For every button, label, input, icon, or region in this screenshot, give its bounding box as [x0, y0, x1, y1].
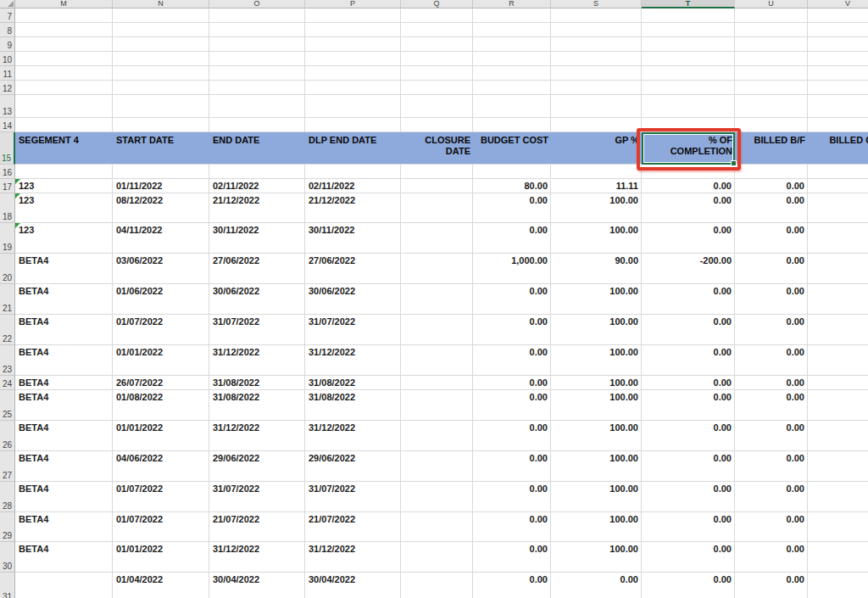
cell-P25[interactable]: 31/08/2022	[305, 390, 401, 421]
cell-N10[interactable]	[113, 52, 209, 66]
cell-Q12[interactable]	[401, 81, 473, 95]
cell-R26[interactable]: 0.00	[473, 421, 551, 451]
cell-O30[interactable]: 31/12/2022	[209, 542, 305, 573]
cell-M16[interactable]	[15, 165, 113, 179]
cell-Q23[interactable]	[401, 345, 473, 376]
cell-R10[interactable]	[473, 52, 551, 66]
cell-P15[interactable]: DLP END DATE	[305, 132, 401, 165]
cell-P19[interactable]: 30/11/2022	[305, 223, 401, 254]
cell-R12[interactable]	[473, 81, 551, 95]
cell-N16[interactable]	[113, 165, 209, 179]
cell-P24[interactable]: 31/08/2022	[305, 376, 401, 390]
cell-N23[interactable]: 01/01/2022	[113, 345, 209, 376]
cell-V10[interactable]	[808, 52, 868, 66]
row-header-10[interactable]: 10	[0, 52, 15, 66]
fill-handle[interactable]	[731, 160, 737, 166]
cell-T13[interactable]	[642, 95, 735, 118]
column-header-M[interactable]: M	[15, 0, 113, 8]
cell-O11[interactable]	[209, 66, 305, 81]
cell-R25[interactable]: 0.00	[473, 390, 551, 421]
cell-M15[interactable]: SEGEMENT 4	[15, 132, 113, 165]
cell-N31[interactable]: 01/04/2022	[113, 573, 209, 598]
row-header-21[interactable]: 21	[0, 284, 15, 315]
cell-V8[interactable]	[808, 23, 868, 37]
cell-S15[interactable]: GP %	[551, 132, 642, 165]
cell-M23[interactable]: BETA4	[15, 345, 113, 376]
cell-R28[interactable]: 0.00	[473, 482, 551, 512]
cell-P22[interactable]: 31/07/2022	[305, 315, 401, 345]
cell-R8[interactable]	[473, 23, 551, 37]
cell-T7[interactable]	[642, 8, 735, 23]
cell-R20[interactable]: 1,000.00	[473, 254, 551, 284]
cell-V21[interactable]	[808, 284, 868, 315]
row-header-7[interactable]: 7	[0, 8, 15, 23]
cell-P21[interactable]: 30/06/2022	[305, 284, 401, 315]
cell-N15[interactable]: START DATE	[113, 132, 209, 165]
cell-R22[interactable]: 0.00	[473, 315, 551, 345]
cell-U12[interactable]	[735, 81, 808, 95]
cell-O15[interactable]: END DATE	[209, 132, 305, 165]
cell-Q16[interactable]	[401, 165, 473, 179]
cell-U26[interactable]: 0.00	[735, 421, 808, 451]
cell-Q13[interactable]	[401, 95, 473, 118]
cell-P26[interactable]: 31/12/2022	[305, 421, 401, 451]
cell-S20[interactable]: 90.00	[551, 254, 642, 284]
cell-O7[interactable]	[209, 8, 305, 23]
cell-M19[interactable]: 123	[15, 223, 113, 254]
cell-V12[interactable]	[808, 81, 868, 95]
cell-P17[interactable]: 02/11/2022	[305, 179, 401, 193]
cell-V16[interactable]	[808, 165, 868, 179]
column-header-V[interactable]: V	[808, 0, 868, 8]
cell-Q25[interactable]	[401, 390, 473, 421]
cell-R27[interactable]: 0.00	[473, 451, 551, 482]
column-header-R[interactable]: R	[473, 0, 551, 8]
cell-P27[interactable]: 29/06/2022	[305, 451, 401, 482]
cell-T8[interactable]	[642, 23, 735, 37]
row-header-28[interactable]: 28	[0, 482, 15, 512]
column-header-Q[interactable]: Q	[401, 0, 473, 8]
row-header-23[interactable]: 23	[0, 345, 15, 376]
cell-U18[interactable]: 0.00	[735, 193, 808, 223]
cell-R11[interactable]	[473, 66, 551, 81]
cell-M17[interactable]: 123	[15, 179, 113, 193]
cell-M18[interactable]: 123	[15, 193, 113, 223]
row-header-22[interactable]: 22	[0, 315, 15, 345]
cell-U19[interactable]: 0.00	[735, 223, 808, 254]
cell-R24[interactable]: 0.00	[473, 376, 551, 390]
cell-M21[interactable]: BETA4	[15, 284, 113, 315]
cell-O21[interactable]: 30/06/2022	[209, 284, 305, 315]
cell-U20[interactable]: 0.00	[735, 254, 808, 284]
cell-S24[interactable]: 100.00	[551, 376, 642, 390]
cell-T31[interactable]: 0.00	[642, 573, 735, 598]
cell-O25[interactable]: 31/08/2022	[209, 390, 305, 421]
cell-P11[interactable]	[305, 66, 401, 81]
cell-V11[interactable]	[808, 66, 868, 81]
cell-M27[interactable]: BETA4	[15, 451, 113, 482]
cell-N18[interactable]: 08/12/2022	[113, 193, 209, 223]
cell-O9[interactable]	[209, 37, 305, 52]
cell-U10[interactable]	[735, 52, 808, 66]
cell-U8[interactable]	[735, 23, 808, 37]
cell-V30[interactable]	[808, 542, 868, 573]
cell-O8[interactable]	[209, 23, 305, 37]
cell-Q7[interactable]	[401, 8, 473, 23]
cell-U14[interactable]	[735, 118, 808, 132]
cell-O18[interactable]: 21/12/2022	[209, 193, 305, 223]
row-header-27[interactable]: 27	[0, 451, 15, 482]
cell-M20[interactable]: BETA4	[15, 254, 113, 284]
cell-V20[interactable]	[808, 254, 868, 284]
cell-N30[interactable]: 01/01/2022	[113, 542, 209, 573]
cell-V23[interactable]	[808, 345, 868, 376]
cell-R31[interactable]: 0.00	[473, 573, 551, 598]
cell-S22[interactable]: 100.00	[551, 315, 642, 345]
cell-R17[interactable]: 80.00	[473, 179, 551, 193]
row-header-15[interactable]: 15	[0, 132, 15, 165]
cell-U13[interactable]	[735, 95, 808, 118]
cell-T18[interactable]: 0.00	[642, 193, 735, 223]
cell-S18[interactable]: 100.00	[551, 193, 642, 223]
cell-U27[interactable]: 0.00	[735, 451, 808, 482]
cell-P9[interactable]	[305, 37, 401, 52]
cell-S25[interactable]: 100.00	[551, 390, 642, 421]
cell-O20[interactable]: 27/06/2022	[209, 254, 305, 284]
cell-T12[interactable]	[642, 81, 735, 95]
